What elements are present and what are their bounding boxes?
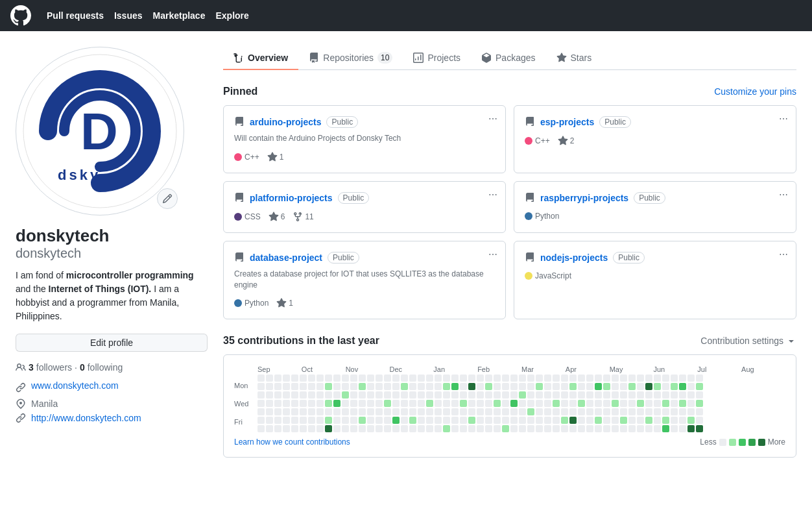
contrib-cell-7-5[interactable] (316, 417, 324, 424)
contrib-cell-2-6[interactable] (274, 425, 281, 432)
contrib-cell-6-3[interactable] (308, 400, 315, 407)
contrib-cell-41-5[interactable] (603, 417, 610, 424)
contrib-cell-10-4[interactable] (342, 408, 349, 415)
contrib-cell-30-3[interactable] (510, 400, 518, 407)
contrib-cell-33-5[interactable] (536, 417, 543, 424)
contrib-cell-33-6[interactable] (536, 425, 543, 432)
contrib-cell-5-2[interactable] (300, 391, 307, 399)
contrib-cell-14-6[interactable] (376, 425, 383, 432)
contrib-cell-40-3[interactable] (595, 400, 602, 407)
contrib-cell-0-4[interactable] (257, 408, 265, 415)
contrib-cell-24-5[interactable] (460, 417, 467, 424)
contrib-cell-39-6[interactable] (586, 425, 593, 432)
contrib-cell-19-0[interactable] (418, 375, 425, 382)
contrib-cell-13-1[interactable] (367, 383, 374, 390)
star-count-arduino[interactable]: 1 (267, 152, 284, 162)
contrib-cell-25-6[interactable] (468, 425, 475, 432)
contrib-cell-20-6[interactable] (426, 425, 433, 432)
contrib-cell-43-5[interactable] (620, 417, 627, 424)
contrib-cell-15-5[interactable] (384, 417, 391, 424)
contrib-cell-27-6[interactable] (485, 425, 492, 432)
contrib-cell-45-0[interactable] (637, 375, 644, 382)
contrib-cell-0-6[interactable] (257, 425, 265, 432)
contrib-cell-43-1[interactable] (620, 383, 627, 390)
contrib-cell-4-0[interactable] (291, 375, 298, 382)
contrib-cell-49-3[interactable] (671, 400, 678, 407)
learn-contributions-link[interactable]: Learn how we count contributions (234, 437, 350, 447)
contrib-cell-3-2[interactable] (283, 391, 290, 399)
tab-projects[interactable]: Projects (403, 47, 471, 70)
contrib-cell-33-4[interactable] (536, 408, 543, 415)
contrib-cell-17-6[interactable] (401, 425, 408, 432)
contrib-cell-30-6[interactable] (510, 425, 518, 432)
contrib-cell-34-4[interactable] (544, 408, 551, 415)
contrib-cell-42-1[interactable] (612, 383, 619, 390)
contrib-cell-44-6[interactable] (628, 425, 636, 432)
pin-menu-database[interactable]: ⋯ (488, 249, 497, 260)
contrib-cell-48-4[interactable] (662, 408, 669, 415)
contrib-cell-27-4[interactable] (485, 408, 492, 415)
contrib-cell-34-6[interactable] (544, 425, 551, 432)
contrib-cell-23-0[interactable] (451, 375, 459, 382)
contrib-cell-35-0[interactable] (553, 375, 560, 382)
contrib-cell-39-1[interactable] (586, 383, 593, 390)
contrib-cell-38-1[interactable] (578, 383, 585, 390)
pin-menu-arduino[interactable]: ⋯ (488, 114, 497, 124)
contrib-cell-49-0[interactable] (671, 375, 678, 382)
contrib-cell-41-3[interactable] (603, 400, 610, 407)
contrib-cell-25-2[interactable] (468, 391, 475, 399)
contrib-cell-41-0[interactable] (603, 375, 610, 382)
contrib-cell-42-3[interactable] (612, 400, 619, 407)
contrib-cell-6-6[interactable] (308, 425, 315, 432)
contrib-cell-3-4[interactable] (283, 408, 290, 415)
contrib-cell-7-3[interactable] (316, 400, 324, 407)
contrib-cell-36-2[interactable] (561, 391, 568, 399)
contrib-cell-44-3[interactable] (628, 400, 636, 407)
contrib-cell-31-5[interactable] (519, 417, 526, 424)
contrib-cell-5-5[interactable] (300, 417, 307, 424)
contrib-cell-51-5[interactable] (687, 417, 695, 424)
pin-menu-nodejs[interactable]: ⋯ (779, 249, 788, 260)
contrib-cell-47-0[interactable] (654, 375, 661, 382)
contrib-cell-20-0[interactable] (426, 375, 433, 382)
contrib-cell-0-2[interactable] (257, 391, 265, 399)
contrib-cell-23-6[interactable] (451, 425, 459, 432)
contrib-cell-18-1[interactable] (409, 383, 416, 390)
contrib-cell-32-2[interactable] (527, 391, 534, 399)
contrib-cell-27-3[interactable] (485, 400, 492, 407)
contrib-cell-5-1[interactable] (300, 383, 307, 390)
contrib-cell-26-5[interactable] (477, 417, 484, 424)
contrib-cell-14-3[interactable] (376, 400, 383, 407)
contrib-cell-51-3[interactable] (687, 400, 695, 407)
contrib-cell-22-2[interactable] (443, 391, 450, 399)
contrib-cell-41-1[interactable] (603, 383, 610, 390)
contrib-cell-1-4[interactable] (266, 408, 273, 415)
contrib-cell-50-5[interactable] (679, 417, 686, 424)
contrib-cell-18-0[interactable] (409, 375, 416, 382)
contrib-cell-51-0[interactable] (687, 375, 695, 382)
contrib-cell-4-1[interactable] (291, 383, 298, 390)
contrib-cell-27-5[interactable] (485, 417, 492, 424)
contrib-cell-37-1[interactable] (569, 383, 577, 390)
contrib-cell-29-6[interactable] (502, 425, 509, 432)
contrib-cell-14-5[interactable] (376, 417, 383, 424)
contrib-cell-26-2[interactable] (477, 391, 484, 399)
contrib-cell-35-5[interactable] (553, 417, 560, 424)
contrib-cell-39-0[interactable] (586, 375, 593, 382)
contrib-cell-6-4[interactable] (308, 408, 315, 415)
contrib-cell-24-3[interactable] (460, 400, 467, 407)
contrib-cell-30-0[interactable] (510, 375, 518, 382)
contrib-cell-32-5[interactable] (527, 417, 534, 424)
contrib-cell-49-6[interactable] (671, 425, 678, 432)
contrib-cell-16-6[interactable] (392, 425, 400, 432)
contrib-cell-3-1[interactable] (283, 383, 290, 390)
contrib-cell-4-5[interactable] (291, 417, 298, 424)
contrib-cell-24-6[interactable] (460, 425, 467, 432)
contrib-cell-8-6[interactable] (325, 425, 332, 432)
contrib-cell-13-3[interactable] (367, 400, 374, 407)
contrib-cell-21-2[interactable] (435, 391, 442, 399)
contrib-cell-14-1[interactable] (376, 383, 383, 390)
contrib-cell-8-2[interactable] (325, 391, 332, 399)
pin-menu-raspberrypi[interactable]: ⋯ (779, 190, 788, 200)
contrib-cell-50-2[interactable] (679, 391, 686, 399)
